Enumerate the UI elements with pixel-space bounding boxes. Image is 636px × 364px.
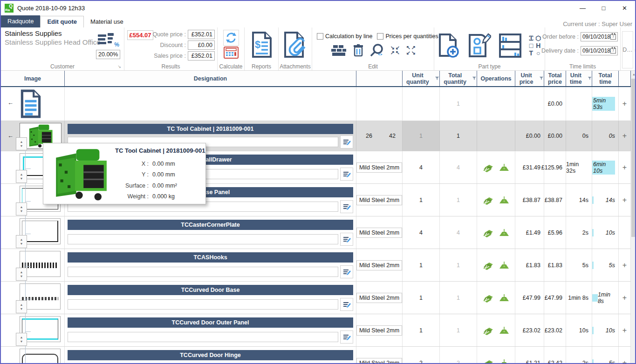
add-row-button[interactable]: + [622,359,627,364]
add-row-button[interactable]: + [622,132,627,140]
edit-part-icon[interactable] [468,33,491,58]
add-row-button[interactable]: + [622,261,627,270]
part-thumbnail[interactable] [20,349,61,364]
edit-note-button[interactable] [340,168,353,181]
material-field[interactable]: Mild Steel 2mm [356,293,402,303]
sales-price-field[interactable]: £352.01 [188,51,215,61]
add-row-button[interactable]: + [622,294,627,302]
part-designation-bar[interactable]: TCCurved Door Hinge [68,350,353,360]
quantity-stepper[interactable]: ▲▼ [16,235,27,248]
delivery-date-field[interactable]: 09/10/2018 [581,46,618,55]
quantity-stepper[interactable]: ▲▼ [16,202,27,216]
quote-price-field[interactable]: £352.01 [188,30,215,39]
part-designation-bar[interactable]: TCCasterCornerPlate [68,220,353,230]
material-field[interactable]: Mild Steel 2mm [356,195,402,205]
discount-field[interactable]: £0.00 [188,40,215,50]
unit-quantity-cell[interactable]: 1 [403,282,440,314]
filter-funnel-icon[interactable] [435,76,439,81]
close-button[interactable]: ✕ [614,1,635,14]
part-designation-bar[interactable]: TCCurved Door Outer Panel [68,317,353,328]
bending-operation-icon[interactable] [499,261,510,270]
col-unit-price[interactable]: Unit price [515,71,544,86]
attachments-icon[interactable] [283,31,308,58]
stock-shelf-icon[interactable] [499,33,522,58]
refresh-icon[interactable] [223,30,239,46]
part-row[interactable]: ▲▼ TCCasterCornerPlate Mild Steel 2mm 4 … [1,216,636,249]
unit-quantity-cell[interactable]: 4 [403,151,440,183]
col-unit-quantity[interactable]: Unit quantity [403,71,440,86]
col-total-price[interactable]: Total price [544,71,566,86]
calculator-icon[interactable] [223,46,239,60]
collapse-arrow-icon[interactable]: ← [7,99,14,106]
cutting-operation-icon[interactable] [483,325,494,336]
preview-search-icon[interactable] [369,43,384,57]
part-row[interactable]: ▲▼ TCCurved Door Base Mild Steel 2mm 1 1… [1,282,636,314]
collapse-all-icon[interactable]: ↘↙↗↖ [390,45,400,55]
part-note-input[interactable] [68,234,338,244]
quote-summary-row[interactable]: ← 1 £0.00 5min 53s + [1,87,636,121]
material-field[interactable]: Mild Steel 2mm [356,228,402,238]
bending-operation-icon[interactable] [499,163,510,172]
tab-material-use[interactable]: Material use [84,16,130,27]
edit-note-button[interactable] [340,298,353,311]
filter-funnel-icon[interactable] [472,76,477,81]
quantity-stepper[interactable]: ▲▼ [16,137,27,150]
material-field[interactable]: Mild Steel 2mm [356,260,402,270]
col-designation[interactable]: Designation [65,71,356,86]
profiles-sections-icon[interactable]: Ɪ□T ⬡H○ [529,34,541,57]
material-field[interactable]: Mild Steel 2mm [356,162,402,173]
scrollbar-thumb[interactable] [631,79,636,237]
unit-quantity-cell[interactable]: 1 [403,249,440,281]
part-note-input[interactable] [68,267,338,277]
collapsed-ribbon-group[interactable]: D… › [621,27,636,70]
collapse-arrow-icon[interactable]: ← [7,132,14,139]
quantity-stepper[interactable]: ▲▼ [16,170,27,183]
maximize-button[interactable]: □ [593,1,614,14]
add-row-button[interactable]: + [622,100,627,108]
filter-funnel-icon[interactable] [539,76,544,81]
bending-operation-icon[interactable] [499,228,510,237]
bending-operation-icon[interactable] [499,358,510,364]
unit-quantity-cell[interactable]: 2 [403,347,440,364]
col-unit-time[interactable]: Unit time [566,71,592,86]
delete-trash-icon[interactable] [353,44,364,57]
tab-edit-quote[interactable]: Edit quote [40,16,84,27]
material-field[interactable]: Mild Steel 2mm [356,358,402,364]
order-before-date-field[interactable]: 09/10/2018 [581,32,618,41]
edit-note-button[interactable] [340,265,353,278]
bending-operation-icon[interactable] [499,293,510,303]
unit-quantity-cell[interactable]: 1 [403,314,440,346]
cutting-operation-icon[interactable] [483,292,494,303]
calendar-icon[interactable] [610,48,616,54]
cutting-operation-icon[interactable] [483,227,494,238]
col-total-quantity[interactable]: Total quantity [440,71,477,86]
bending-operation-icon[interactable] [499,326,510,335]
add-row-button[interactable]: + [622,163,627,172]
unit-quantity-cell[interactable]: 4 [403,216,440,249]
vertical-scrollbar[interactable]: ▲ [631,71,636,364]
col-image[interactable]: Image [1,71,65,86]
quantity-stepper[interactable]: ▲▼ [16,300,27,313]
unit-quantity-cell[interactable]: 1 [403,184,440,216]
edit-note-button[interactable] [340,330,353,344]
part-designation-bar[interactable]: TCCurved Door Base [68,285,353,295]
tab-radquote[interactable]: Radquote [1,15,40,27]
col-operations[interactable]: Operations [477,71,515,86]
material-field[interactable]: Mild Steel 2mm [356,325,402,336]
customer-dialog-launcher-icon[interactable]: ↘ [117,64,121,69]
edit-note-button[interactable] [340,233,353,246]
bending-operation-icon[interactable] [499,195,510,205]
discount-rate-field[interactable]: 20.00% [96,50,120,59]
reports-icon[interactable]: $ [250,31,273,58]
add-row-button[interactable]: + [622,196,627,204]
part-row[interactable]: ▲▼ TCCurved Door Outer Panel Mild Steel … [1,314,636,347]
edit-note-button[interactable] [340,200,353,213]
part-row[interactable]: ▲▼ TCCurved Door Hinge Mild Steel 2mm 2 … [1,347,636,364]
filter-funnel-icon[interactable] [588,76,592,81]
minimize-button[interactable]: — [572,1,593,14]
quantity-stepper[interactable]: ▲▼ [16,333,27,346]
add-row-button[interactable]: + [622,326,627,335]
new-part-icon[interactable] [438,33,460,58]
part-note-input[interactable] [68,299,338,310]
cutting-operation-icon[interactable] [483,162,494,173]
